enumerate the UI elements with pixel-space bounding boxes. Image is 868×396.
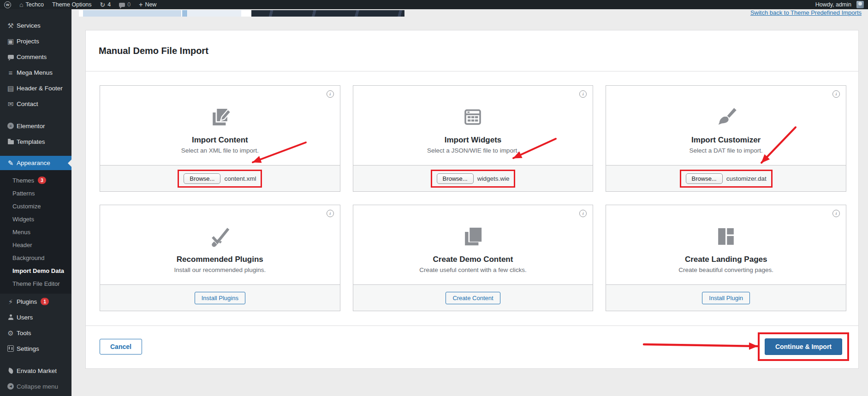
count-badge: 1 <box>41 298 49 305</box>
sidebar-item-label: Themes <box>12 177 34 184</box>
create-content-button[interactable]: Create Content <box>446 292 500 304</box>
import-cards-grid: Import Content Select an XML file to imp… <box>100 85 846 311</box>
sidebar-item-label: Collapse menu <box>17 383 58 390</box>
previous-section-remnant <box>79 10 404 17</box>
sidebar-item-collapse-menu[interactable]: Collapse menu <box>0 378 71 394</box>
plugins-icon: ⚡ <box>5 298 17 305</box>
sidebar-item-label: Import Demo Data <box>12 267 64 274</box>
sidebar-item-services[interactable]: ⚒Services <box>0 18 71 33</box>
avatar <box>856 1 864 8</box>
cancel-button[interactable]: Cancel <box>100 339 142 355</box>
sidebar-item-label: Widgets <box>12 216 34 223</box>
sidebar-item-widgets[interactable]: Widgets <box>0 213 71 225</box>
wordpress-logo-icon <box>4 1 11 8</box>
envato-icon <box>5 368 17 373</box>
card-footer: Browse...widgets.wie <box>353 165 593 191</box>
updates-count: 4 <box>107 1 111 8</box>
sidebar-menu: ⚒Services▣ProjectsComments≡Mega Menus▤He… <box>0 9 71 394</box>
browse-file-button[interactable]: Browse... <box>437 173 474 184</box>
sidebar-item-plugins[interactable]: ⚡Plugins1 <box>0 294 71 309</box>
sidebar-item-comments[interactable]: Comments <box>0 49 71 65</box>
annotation-box-continue: Continue & Import <box>758 332 849 361</box>
sidebar-item-customize[interactable]: Customize <box>0 200 71 213</box>
updates-icon <box>100 1 106 8</box>
sidebar-item-mega-menus[interactable]: ≡Mega Menus <box>0 65 71 80</box>
sidebar-item-import-demo-data[interactable]: Import Demo Data <box>0 264 71 277</box>
card-title: Create Landing Pages <box>685 255 767 264</box>
sidebar-item-header[interactable]: Header <box>0 238 71 251</box>
appearance-icon: ✎ <box>5 160 17 166</box>
sidebar-item-theme-file-editor[interactable]: Theme File Editor <box>0 277 71 290</box>
continue-import-button[interactable]: Continue & Import <box>765 338 842 355</box>
install-plugin-button[interactable]: Install Plugin <box>702 292 750 304</box>
sidebar-item-contact[interactable]: ✉Contact <box>0 96 71 112</box>
howdy-label: Howdy, admin <box>815 1 851 8</box>
sidebar-item-menus[interactable]: Menus <box>0 225 71 238</box>
info-icon[interactable] <box>327 90 334 98</box>
annotation-box: Browse...content.xml <box>178 170 262 188</box>
sidebar-item-appearance[interactable]: ✎Appearance <box>0 156 71 170</box>
sidebar-item-background[interactable]: Background <box>0 251 71 264</box>
paintbrush-icon <box>713 103 738 131</box>
comments-indicator[interactable]: 0 <box>115 0 135 9</box>
card-footer: Install Plugin <box>606 284 846 311</box>
widgets-grid-icon <box>461 103 485 131</box>
theme-options-menu[interactable]: Theme Options <box>48 0 95 9</box>
layout-blocks-icon <box>713 223 738 250</box>
sidebar-item-envato-market[interactable]: Envato Market <box>0 363 71 378</box>
install-plugins-button[interactable]: Install Plugins <box>195 292 245 304</box>
actions-row: Cancel Continue & Import <box>100 332 849 361</box>
info-icon[interactable] <box>832 210 840 217</box>
account-menu[interactable]: Howdy, admin <box>811 0 868 9</box>
card-description: Install our recommended plugins. <box>174 266 266 273</box>
sidebar-item-label: Services <box>17 22 41 29</box>
card-recommended-plugins: Recommended Plugins Install our recommen… <box>100 205 340 311</box>
site-name: Techco <box>25 1 44 8</box>
users-icon <box>5 314 17 320</box>
sidebar-item-users[interactable]: Users <box>0 309 71 325</box>
selected-filename: customizer.dat <box>726 175 767 182</box>
browse-file-button[interactable]: Browse... <box>184 173 220 184</box>
wordpress-logo-menu[interactable] <box>0 0 15 9</box>
sidebar-item-label: Menus <box>12 229 30 236</box>
new-content-menu[interactable]: New <box>135 0 161 9</box>
info-icon[interactable] <box>579 90 587 98</box>
sidebar-item-tools[interactable]: ⚙Tools <box>0 325 71 341</box>
info-icon[interactable] <box>832 90 840 98</box>
info-icon[interactable] <box>579 210 587 217</box>
sidebar-item-settings[interactable]: Settings <box>0 341 71 356</box>
updates-indicator[interactable]: 4 <box>96 0 115 9</box>
sidebar-item-label: Users <box>17 314 33 321</box>
selected-filename: widgets.wie <box>477 175 510 182</box>
sidebar-item-header-footer[interactable]: ▤Header & Footer <box>0 80 71 96</box>
note-edit-icon <box>208 103 232 131</box>
sidebar-item-themes[interactable]: Themes3 <box>0 174 71 187</box>
sidebar-item-label: Header & Footer <box>17 85 63 92</box>
browse-file-button[interactable]: Browse... <box>686 173 723 184</box>
card-import-content: Import Content Select an XML file to imp… <box>100 85 340 192</box>
theme-thumbnail-remnant <box>83 10 181 17</box>
admin-sidebar: ⚒Services▣ProjectsComments≡Mega Menus▤He… <box>0 9 71 396</box>
theme-thumbnail-remnant <box>251 10 404 17</box>
sidebar-item-elementor[interactable]: ≡Elementor <box>0 118 71 134</box>
info-icon[interactable] <box>327 210 334 217</box>
card-description: Select a JSON/WIE file to import. <box>427 147 519 154</box>
theme-options-label: Theme Options <box>52 1 91 8</box>
sidebar-item-templates[interactable]: Templates <box>0 134 71 149</box>
comments-bubble-icon <box>119 3 125 7</box>
home-icon <box>19 1 23 8</box>
plugin-check-icon <box>208 223 232 250</box>
services-icon: ⚒ <box>5 22 17 29</box>
theme-thumbnail-remnant <box>188 10 241 17</box>
switch-back-link[interactable]: Switch back to Theme Predefined Imports <box>750 9 862 16</box>
card-title: Import Content <box>192 136 248 145</box>
sidebar-item-patterns[interactable]: Patterns <box>0 187 71 200</box>
manual-import-panel: Manual Demo File Import Import Content S… <box>85 30 859 369</box>
sidebar-item-label: Header <box>12 242 32 248</box>
elementor-icon: ≡ <box>5 123 17 129</box>
site-menu[interactable]: Techco <box>15 0 48 9</box>
card-title: Recommended Plugins <box>177 255 263 264</box>
card-description: Select an XML file to import. <box>181 147 259 154</box>
selected-filename: content.xml <box>224 175 256 182</box>
sidebar-item-projects[interactable]: ▣Projects <box>0 33 71 49</box>
